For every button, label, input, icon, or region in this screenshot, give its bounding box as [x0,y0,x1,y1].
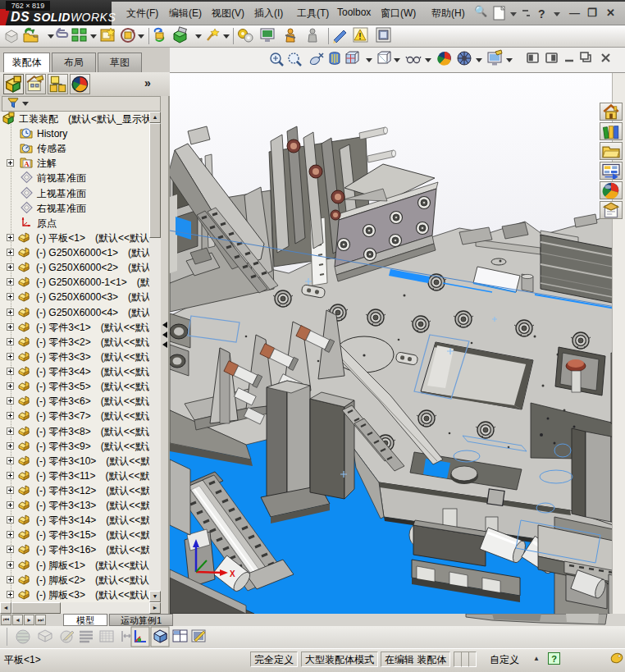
svg-text:X: X [230,569,235,578]
svg-text:?: ? [538,7,545,21]
svg-text:!: ! [358,32,361,41]
